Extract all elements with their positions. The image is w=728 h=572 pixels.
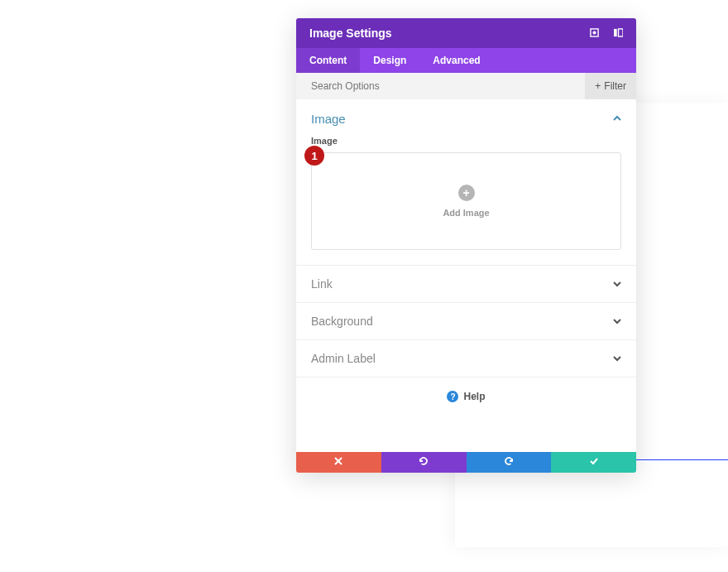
chevron-down-icon [613, 314, 621, 329]
snap-icon[interactable] [614, 26, 623, 41]
check-icon [589, 456, 599, 469]
modal-body: Image Image 1 + Add Image Link [296, 99, 636, 452]
tab-design[interactable]: Design [360, 48, 419, 73]
modal-title: Image Settings [309, 26, 392, 40]
section-admin-label-title: Admin Label [311, 352, 376, 365]
tab-advanced[interactable]: Advanced [419, 48, 493, 73]
modal-header-actions [590, 26, 623, 41]
tab-content[interactable]: Content [296, 48, 360, 73]
section-link: Link [296, 266, 636, 303]
help-icon: ? [447, 391, 458, 402]
modal-header: Image Settings [296, 18, 636, 48]
section-background-title: Background [311, 315, 373, 328]
save-button[interactable] [551, 452, 636, 473]
section-image: Image Image 1 + Add Image [296, 99, 636, 266]
svg-rect-3 [619, 29, 624, 36]
section-background: Background [296, 303, 636, 340]
add-image-label: Add Image [443, 208, 489, 218]
modal-footer [296, 452, 636, 473]
cancel-button[interactable] [296, 452, 381, 473]
close-icon [333, 456, 343, 469]
section-link-title: Link [311, 277, 333, 291]
section-image-header[interactable]: Image [311, 111, 621, 126]
svg-rect-2 [614, 29, 617, 36]
image-field-label: Image [311, 136, 621, 146]
redo-button[interactable] [467, 452, 552, 473]
undo-icon [419, 456, 429, 469]
section-image-title: Image [311, 112, 346, 126]
svg-point-1 [593, 31, 596, 34]
section-link-header[interactable]: Link [311, 276, 621, 291]
filter-label: Filter [604, 80, 626, 92]
modal-tabs: Content Design Advanced [296, 48, 636, 73]
expand-icon[interactable] [590, 26, 599, 41]
filter-button[interactable]: + Filter [585, 73, 636, 99]
section-admin-label-header[interactable]: Admin Label [311, 351, 621, 366]
filter-bar: + Filter [296, 73, 636, 99]
image-upload-area[interactable]: 1 + Add Image [311, 152, 621, 250]
section-admin-label: Admin Label [296, 340, 636, 377]
section-background-header[interactable]: Background [311, 314, 621, 329]
plus-icon: + [595, 80, 601, 92]
undo-button[interactable] [381, 452, 467, 473]
help-label: Help [463, 391, 485, 402]
redo-icon [504, 456, 514, 469]
search-input[interactable] [311, 80, 585, 92]
chevron-down-icon [613, 351, 621, 366]
add-icon: + [458, 185, 475, 201]
image-settings-modal: Image Settings Content Design Advanced + [296, 18, 636, 473]
chevron-down-icon [613, 276, 621, 291]
annotation-badge: 1 [304, 146, 324, 166]
chevron-up-icon [613, 111, 621, 126]
help-link[interactable]: ? Help [296, 377, 636, 452]
